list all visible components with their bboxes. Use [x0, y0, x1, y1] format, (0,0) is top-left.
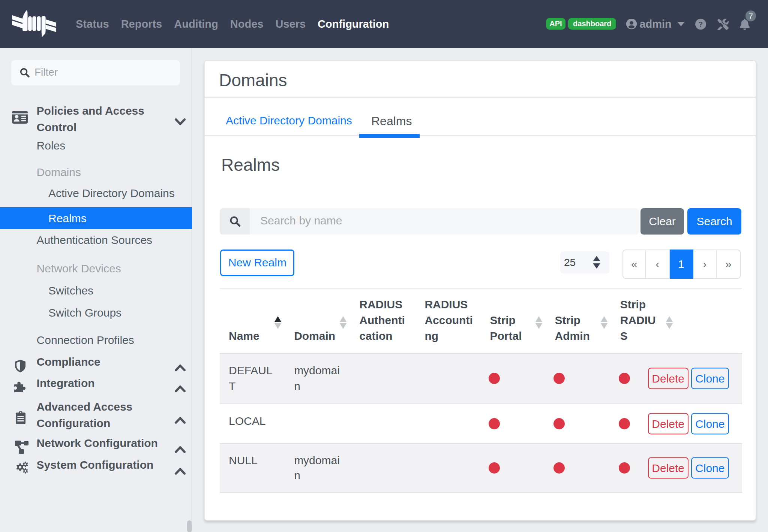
- svg-text:?: ?: [699, 21, 703, 28]
